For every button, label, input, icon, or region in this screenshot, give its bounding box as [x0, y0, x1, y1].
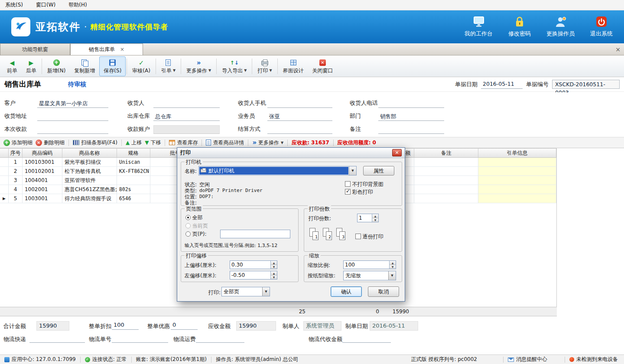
page-range-input[interactable]: [220, 230, 290, 238]
prev-doc-button[interactable]: ◀ 前单: [3, 56, 22, 76]
more-actions-button[interactable]: » 更多操作▼: [182, 56, 215, 76]
menu-window[interactable]: 窗口(W): [36, 1, 55, 9]
receivable-value: 31637: [311, 140, 329, 146]
tab-nav-panel[interactable]: 功能导航窗: [0, 43, 70, 55]
consignee-mobile-field[interactable]: [267, 99, 332, 108]
top-offset-stepper[interactable]: 0.30 ▲▼: [230, 260, 277, 269]
switch-operator-button[interactable]: 更换操作员: [546, 16, 575, 38]
cod-amount-field[interactable]: [342, 334, 391, 343]
ui-design-button[interactable]: 界面设计: [279, 56, 308, 76]
change-password-button[interactable]: 修改密码: [508, 16, 531, 38]
print-target-select[interactable]: 全部页 ▼: [221, 287, 270, 296]
stepper-buttons[interactable]: ▲▼: [389, 261, 396, 269]
new-button[interactable]: + 新增(N): [43, 56, 70, 76]
operator-status: 操作员: 系统管理员(admin) 总公司: [216, 356, 299, 363]
consignee-field[interactable]: [153, 99, 220, 108]
move-down-button[interactable]: ▼ 下移: [145, 139, 161, 146]
scan-barcode-button[interactable]: 扫描条形码(F4): [73, 139, 117, 146]
divider: [121, 140, 122, 146]
stepper-buttons[interactable]: ▲▼: [372, 214, 378, 222]
delete-detail-button[interactable]: ✕ 删除明细: [36, 139, 65, 146]
discount-field[interactable]: 100: [112, 321, 139, 330]
ok-button[interactable]: 确认: [331, 286, 362, 297]
stepper-buttons[interactable]: ▲▼: [270, 261, 277, 269]
move-up-button[interactable]: ▲ 上移: [126, 139, 142, 146]
color-print-label: 彩色打印: [352, 189, 373, 195]
remark-field[interactable]: [378, 125, 444, 134]
dropdown-button[interactable]: ▼: [388, 271, 396, 280]
chevron-down-icon: ▼: [244, 68, 247, 74]
cancel-button-label: 取消: [378, 288, 389, 296]
salesman-field[interactable]: 张亚: [267, 112, 332, 121]
dropdown-button[interactable]: ▼: [262, 287, 270, 296]
range-all-radio[interactable]: 全部: [185, 214, 203, 221]
credit-limit-label: 应收信用额度:: [338, 139, 371, 146]
save-button[interactable]: 保存(S): [99, 56, 126, 76]
tabstrip-close-icon[interactable]: ×: [615, 46, 621, 53]
dialog-close-icon[interactable]: ✕: [392, 149, 402, 156]
printer-select[interactable]: 默认打印机 ▼: [198, 166, 357, 176]
customer-field[interactable]: 星星文具第一小学店: [37, 99, 108, 108]
next-doc-button[interactable]: ▶ 后单: [22, 56, 41, 76]
pull-doc-button[interactable]: 引单▼: [157, 56, 180, 76]
paper-zoom-select[interactable]: 无缩放 ▼: [343, 271, 396, 280]
left-offset-stepper[interactable]: -0.50 ▲▼: [230, 271, 277, 280]
import-export-button[interactable]: ↑↓ 导入导出▼: [218, 56, 251, 76]
col-name[interactable]: 商品名称: [62, 149, 117, 157]
exit-system-button[interactable]: 退出系统: [590, 16, 613, 38]
collate-checkbox[interactable]: 逐份打印: [355, 233, 384, 240]
doc-no-field[interactable]: XSCKD-20160511-0003: [552, 80, 620, 89]
arrow-up-icon: ▲: [126, 140, 130, 146]
close-window-button[interactable]: ✕ 关闭窗口: [308, 56, 338, 76]
consignee-phone-field[interactable]: [378, 99, 444, 108]
color-print-checkbox[interactable]: 彩色打印: [345, 188, 373, 196]
address-field[interactable]: [37, 112, 108, 121]
freight-field[interactable]: [196, 334, 244, 343]
col-remark[interactable]: 备注: [414, 149, 478, 157]
add-detail-button[interactable]: + 添加明细: [3, 139, 32, 146]
stepper-up-icon: ▲: [271, 271, 277, 276]
cancel-button[interactable]: 取消: [368, 286, 399, 297]
connection-text: 连接状态: 正常: [92, 356, 127, 363]
col-code[interactable]: 商品编码: [23, 149, 62, 157]
view-product-detail-button[interactable]: 查看商品详情: [206, 139, 244, 146]
settlement-field[interactable]: [267, 125, 332, 134]
menu-system[interactable]: 系统(S): [5, 1, 23, 9]
printer-properties-button[interactable]: 属性: [363, 166, 394, 176]
doc-date-field[interactable]: 2016-05-11: [481, 80, 523, 89]
department-field[interactable]: 销售部: [378, 112, 444, 121]
col-no[interactable]: 序号: [9, 149, 23, 157]
toolbar-separator: [42, 58, 42, 74]
express-field[interactable]: [29, 334, 85, 343]
double-chevron-icon: »: [252, 140, 257, 146]
document-icon: [166, 59, 171, 66]
tracking-no-field[interactable]: [112, 334, 168, 343]
print-button[interactable]: 打印▼: [253, 56, 276, 76]
range-pages-radio[interactable]: 页(P):: [185, 231, 206, 238]
dropdown-button[interactable]: ▼: [349, 166, 356, 175]
no-background-checkbox[interactable]: 不打印背景图: [345, 181, 384, 188]
menu-help[interactable]: 帮助(H): [68, 1, 87, 9]
copies-stepper[interactable]: 1 ▲▼: [357, 214, 379, 222]
view-stock-button[interactable]: 查看库存: [169, 139, 198, 146]
total-discount: 0: [351, 309, 379, 315]
col-ref[interactable]: 引单信息: [478, 149, 556, 157]
my-workbench-button[interactable]: 我的工作台: [465, 16, 493, 38]
license-status: 正式版 授权序列号: pc0002: [411, 356, 477, 363]
message-center-button[interactable]: 消息提醒中心: [508, 356, 547, 363]
col-spec[interactable]: 规格: [117, 149, 150, 157]
settlement-label: 结算方式: [238, 125, 267, 134]
tab-sales-outbound[interactable]: 销售出库单 ×: [70, 43, 143, 55]
cell-code: 1003001: [23, 194, 62, 203]
save-icon: [109, 59, 116, 66]
copy-new-button[interactable]: 复制新增: [70, 56, 99, 76]
detail-more-actions-button[interactable]: » 更多操作 ▼: [252, 139, 283, 146]
warehouse-field[interactable]: 总仓库: [153, 112, 220, 121]
promo-field[interactable]: 0: [171, 321, 198, 330]
tab-close-icon[interactable]: ×: [120, 46, 124, 52]
stepper-buttons[interactable]: ▲▼: [270, 271, 277, 279]
zoom-ratio-stepper[interactable]: 100 ▲▼: [343, 260, 396, 269]
audit-button[interactable]: ✓ 审核(A): [128, 56, 155, 76]
account-set-status: 账套: 演示账套(2016年第1期): [136, 356, 207, 363]
payment-field[interactable]: [37, 125, 108, 134]
